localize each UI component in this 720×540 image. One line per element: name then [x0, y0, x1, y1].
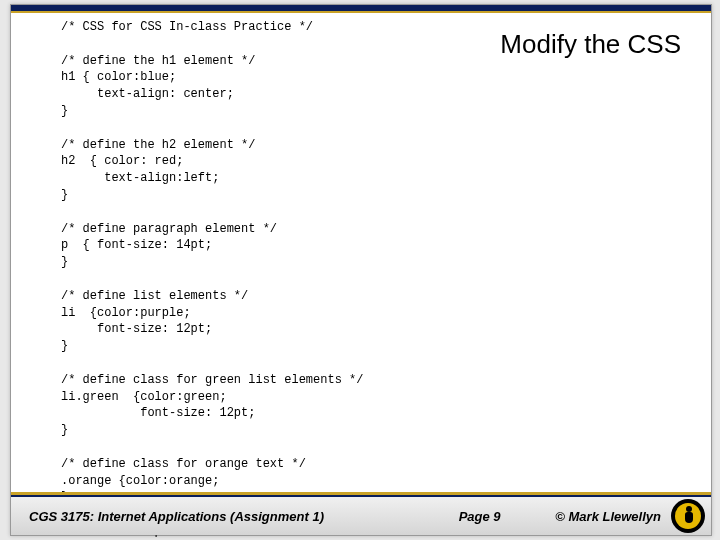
footer-course: CGS 3175: Internet Applications (Assignm…: [11, 509, 324, 524]
content-area: Modify the CSS /* CSS for CSS In-class P…: [61, 19, 691, 491]
slide: Modify the CSS /* CSS for CSS In-class P…: [10, 4, 712, 536]
footer-bar: CGS 3175: Internet Applications (Assignm…: [11, 495, 711, 535]
css-code-block: /* CSS for CSS In-class Practice */ /* d…: [61, 19, 691, 540]
footer-page: Page 9: [324, 509, 555, 524]
ucf-logo: [671, 499, 705, 533]
slide-title: Modify the CSS: [500, 29, 681, 60]
top-accent-bar: [11, 5, 711, 13]
